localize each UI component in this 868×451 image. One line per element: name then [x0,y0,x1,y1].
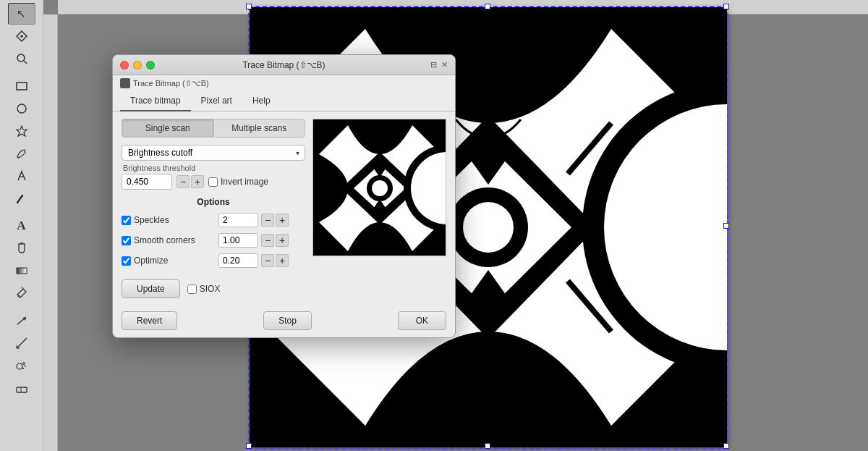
threshold-stepper: − + [176,175,204,188]
tool-dropper[interactable] [8,282,35,304]
smooth-input[interactable] [218,233,258,248]
left-toolbar: ↖ [0,0,43,451]
svg-point-17 [25,366,26,367]
tab-bar: Trace bitmap Pixel art Help [113,90,455,111]
optimize-decrement[interactable]: − [261,254,274,267]
main-layout: ↖ [0,0,868,451]
siox-label[interactable]: SIOX [187,284,221,294]
speckles-input[interactable] [218,213,258,227]
vertical-ruler [43,14,58,451]
svg-point-4 [17,104,26,113]
threshold-input-row: − + Invert image [122,174,305,190]
collapse-icon[interactable]: ⊟ [430,60,437,69]
threshold-label: Brightness threshold [122,164,305,172]
resize-handle-mr[interactable] [723,223,729,229]
options-section: Options Speckles − + [122,197,305,268]
resize-handle-br[interactable] [723,443,729,449]
svg-line-2 [24,61,27,64]
dialog-left-panel: Single scan Multiple scans Brightness cu… [122,119,305,274]
preview-area [312,119,446,256]
resize-handle-tm[interactable] [485,4,490,9]
tool-circle[interactable] [8,98,35,119]
tab-pixel-art[interactable]: Pixel art [191,93,242,111]
trace-bitmap-dialog: Trace Bitmap (⇧⌥B) ⊟ ✕ Trace Bitmap (⇧⌥B… [112,54,456,338]
resize-handle-tl[interactable] [246,4,252,9]
svg-line-8 [22,287,23,289]
speckles-decrement[interactable]: − [261,214,274,227]
dropdown-row: Brightness cutoff ▾ [122,145,305,161]
dialog-body: Single scan Multiple scans Brightness cu… [113,111,455,305]
dropdown-wrapper: Brightness cutoff ▾ [122,145,305,161]
stop-button[interactable]: Stop [263,311,312,330]
speckles-increment[interactable]: + [276,214,289,227]
smooth-label[interactable]: Smooth corners [122,235,216,245]
update-button[interactable]: Update [122,279,180,298]
speckles-label[interactable]: Speckles [122,215,216,225]
mode-dropdown[interactable]: Brightness cutoff [122,145,305,161]
tool-pen[interactable] [8,165,35,187]
svg-marker-5 [17,126,27,136]
svg-point-16 [22,363,25,365]
optimize-stepper: − + [261,254,289,267]
threshold-decrement[interactable]: − [176,175,190,188]
speckles-stepper: − + [261,214,289,227]
smooth-increment[interactable]: + [276,234,289,247]
maximize-button[interactable] [146,61,155,69]
tab-help[interactable]: Help [242,93,281,111]
threshold-input[interactable] [122,174,172,190]
tab-trace-bitmap[interactable]: Trace bitmap [120,93,191,111]
svg-rect-3 [17,83,27,90]
tool-calligraphy[interactable] [8,187,35,209]
close-icon[interactable]: ✕ [441,60,448,69]
tool-connector[interactable] [8,310,35,332]
svg-rect-7 [17,268,27,274]
tool-spray[interactable] [8,355,35,376]
invert-label[interactable]: Invert image [208,177,268,187]
smooth-stepper: − + [261,234,289,247]
bottom-buttons: Revert Stop OK [113,305,455,337]
svg-rect-0 [20,35,22,38]
smooth-row: Smooth corners − + [122,233,305,248]
speckles-checkbox[interactable] [122,216,131,225]
tool-selector[interactable]: ↖ [8,3,35,25]
tool-bucket[interactable] [8,237,35,259]
tool-measure[interactable] [8,332,35,354]
tool-star[interactable] [8,120,35,142]
optimize-label[interactable]: Optimize [122,256,216,266]
svg-point-15 [17,363,22,369]
tool-node[interactable] [8,25,35,47]
svg-point-1 [17,54,25,62]
optimize-input[interactable] [218,253,258,268]
svg-point-31 [372,180,388,196]
ok-button[interactable]: OK [398,311,446,330]
resize-handle-tr[interactable] [723,4,729,9]
window-controls [120,61,155,69]
minimize-button[interactable] [133,61,142,69]
optimize-checkbox[interactable] [122,256,131,266]
single-scan-button[interactable]: Single scan [122,119,213,138]
options-title: Options [122,197,305,207]
svg-line-6 [17,157,19,158]
preview-panel [312,119,446,274]
threshold-increment[interactable]: + [191,175,204,188]
smooth-decrement[interactable]: − [261,234,274,247]
tool-text[interactable]: A [8,215,35,237]
revert-button[interactable]: Revert [122,311,177,330]
invert-checkbox[interactable] [208,177,218,187]
trace-icon [120,78,130,88]
resize-handle-bl[interactable] [246,443,252,449]
optimize-increment[interactable]: + [276,254,289,267]
multiple-scans-button[interactable]: Multiple scans [213,119,306,138]
close-button[interactable] [120,61,129,69]
tool-gradient[interactable] [8,260,35,282]
tool-pencil[interactable] [8,143,35,164]
tool-eraser[interactable] [8,377,35,399]
dialog-inner: Single scan Multiple scans Brightness cu… [122,119,446,274]
tool-rect[interactable] [8,75,35,97]
update-row: Update SIOX [122,279,446,298]
dialog-title: Trace Bitmap (⇧⌥B) [242,60,325,70]
resize-handle-bm[interactable] [485,443,490,449]
siox-checkbox[interactable] [187,284,197,294]
tool-zoom[interactable] [8,48,35,69]
smooth-checkbox[interactable] [122,236,131,245]
